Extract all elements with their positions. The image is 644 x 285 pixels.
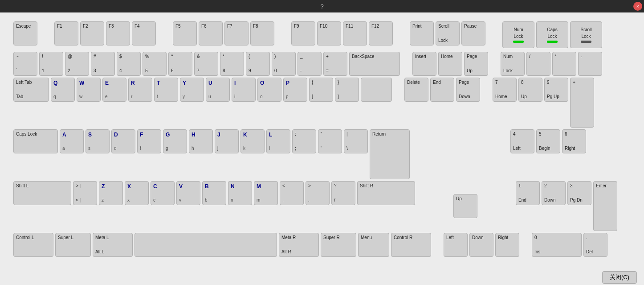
key-f11[interactable]: F11 <box>343 21 367 45</box>
key-h[interactable]: H h <box>189 129 213 153</box>
key-1[interactable]: ! 1 <box>39 52 63 76</box>
key-f6[interactable]: F6 <box>199 21 223 45</box>
key-l[interactable]: L l <box>266 129 290 153</box>
key-2[interactable]: @ 2 <box>65 52 89 76</box>
key-num-minus[interactable]: - <box>578 52 602 76</box>
key-menu[interactable]: Menu <box>358 233 389 257</box>
key-ctrl-right[interactable]: Control R <box>391 233 431 257</box>
key-super-left[interactable]: Super L <box>55 233 91 257</box>
key-capslock[interactable]: Caps Lock <box>13 129 58 153</box>
key-d[interactable]: D d <box>111 129 135 153</box>
key-f[interactable]: F f <box>137 129 161 153</box>
key-pagedown[interactable]: Page Down <box>456 78 480 102</box>
key-f7[interactable]: F7 <box>224 21 249 45</box>
key-y[interactable]: Y y <box>180 78 204 102</box>
key-c[interactable]: C c <box>151 181 175 205</box>
key-o[interactable]: O o <box>257 78 281 102</box>
key-num5[interactable]: 5 Begin <box>536 129 560 153</box>
key-numlock[interactable]: Num Lock <box>501 52 525 76</box>
key-m[interactable]: M m <box>254 181 278 205</box>
key-num7[interactable]: 7 Home <box>493 78 517 102</box>
key-left[interactable]: Left <box>444 233 468 257</box>
key-g[interactable]: G g <box>163 129 187 153</box>
key-5[interactable]: % 5 <box>143 52 167 76</box>
key-r[interactable]: R r <box>128 78 152 102</box>
key-num-enter[interactable]: Enter <box>593 181 617 231</box>
key-minus[interactable]: _ - <box>298 52 322 76</box>
key-up[interactable]: Up <box>453 194 477 218</box>
key-scroll-lock[interactable]: ScrollLock <box>436 21 460 45</box>
key-ctrl-left[interactable]: Control L <box>13 233 53 257</box>
key-w[interactable]: W w <box>77 78 101 102</box>
key-x[interactable]: X x <box>125 181 149 205</box>
key-angle[interactable]: > | < | <box>73 181 97 205</box>
key-q[interactable]: Q q <box>51 78 75 102</box>
key-right[interactable]: Right <box>495 233 519 257</box>
key-e[interactable]: E e <box>102 78 126 102</box>
key-num-plus[interactable]: + <box>570 78 594 128</box>
key-backslash[interactable] <box>361 78 392 102</box>
key-f4[interactable]: F4 <box>132 21 156 45</box>
key-tab[interactable]: Left Tab Tab <box>13 78 49 102</box>
key-shift-left[interactable]: Shift L <box>13 181 71 205</box>
key-num-del[interactable]: . Del <box>583 233 607 257</box>
key-backtick[interactable]: ~ ` <box>13 52 37 76</box>
key-f9[interactable]: F9 <box>291 21 315 45</box>
key-n[interactable]: N n <box>228 181 252 205</box>
key-num4[interactable]: 4 Left <box>510 129 534 153</box>
key-f8[interactable]: F8 <box>250 21 274 45</box>
key-num1[interactable]: 1 End <box>516 181 540 205</box>
key-backspace[interactable]: BackSpace <box>349 52 400 76</box>
key-a[interactable]: A a <box>60 129 84 153</box>
key-z[interactable]: Z z <box>99 181 123 205</box>
key-home[interactable]: Home <box>438 52 462 76</box>
key-f10[interactable]: F10 <box>317 21 341 45</box>
key-9[interactable]: ( 9 <box>246 52 270 76</box>
key-quote[interactable]: " ' <box>318 129 342 153</box>
key-s[interactable]: S s <box>86 129 110 153</box>
key-num2[interactable]: 2 Down <box>542 181 566 205</box>
key-k[interactable]: K k <box>240 129 265 153</box>
key-6[interactable]: ^ 6 <box>168 52 192 76</box>
key-num-slash[interactable]: / <box>526 52 550 76</box>
key-meta-left[interactable]: Meta L Alt L <box>93 233 133 257</box>
key-num9[interactable]: 9 Pg Up <box>544 78 568 102</box>
key-f2[interactable]: F2 <box>80 21 104 45</box>
key-lbracket[interactable]: { [ <box>309 78 333 102</box>
key-4[interactable]: $ 4 <box>117 52 141 76</box>
key-semicolon[interactable]: : ; <box>292 129 316 153</box>
key-f1[interactable]: F1 <box>54 21 78 45</box>
key-space[interactable] <box>135 233 277 257</box>
key-3[interactable]: # 3 <box>91 52 115 76</box>
key-end[interactable]: End <box>430 78 454 102</box>
key-insert[interactable]: Insert <box>412 52 436 76</box>
key-f12[interactable]: F12 <box>369 21 393 45</box>
close-dialog-button[interactable]: 关闭(C) <box>602 271 637 284</box>
key-shift-right[interactable]: Shift R <box>357 181 415 205</box>
key-pageup[interactable]: Page Up <box>464 52 488 76</box>
key-7[interactable]: & 7 <box>194 52 218 76</box>
key-meta-right[interactable]: Meta R Alt R <box>279 233 319 257</box>
key-v[interactable]: V v <box>176 181 200 205</box>
key-return[interactable]: Return <box>370 129 410 179</box>
key-down[interactable]: Down <box>469 233 493 257</box>
key-num8[interactable]: 8 Up <box>518 78 542 102</box>
key-f5[interactable]: F5 <box>173 21 197 45</box>
key-pause[interactable]: Pause <box>461 21 485 45</box>
key-delete[interactable]: Delete <box>404 78 428 102</box>
key-p[interactable]: P p <box>283 78 307 102</box>
key-f3[interactable]: F3 <box>106 21 130 45</box>
key-slash[interactable]: ? / <box>331 181 355 205</box>
key-rbracket[interactable]: } ] <box>335 78 359 102</box>
key-0[interactable]: ) 0 <box>272 52 296 76</box>
key-num0[interactable]: 0 Ins <box>532 233 582 257</box>
key-escape[interactable]: Escape <box>13 21 37 45</box>
key-num-asterisk[interactable]: * <box>552 52 576 76</box>
key-8[interactable]: * 8 <box>220 52 244 76</box>
key-num3[interactable]: 3 Pg Dn <box>567 181 591 205</box>
key-b[interactable]: B b <box>202 181 226 205</box>
key-i[interactable]: I i <box>232 78 256 102</box>
key-equals[interactable]: + = <box>323 52 347 76</box>
key-period[interactable]: > . <box>306 181 330 205</box>
key-super-right[interactable]: Super R <box>321 233 356 257</box>
